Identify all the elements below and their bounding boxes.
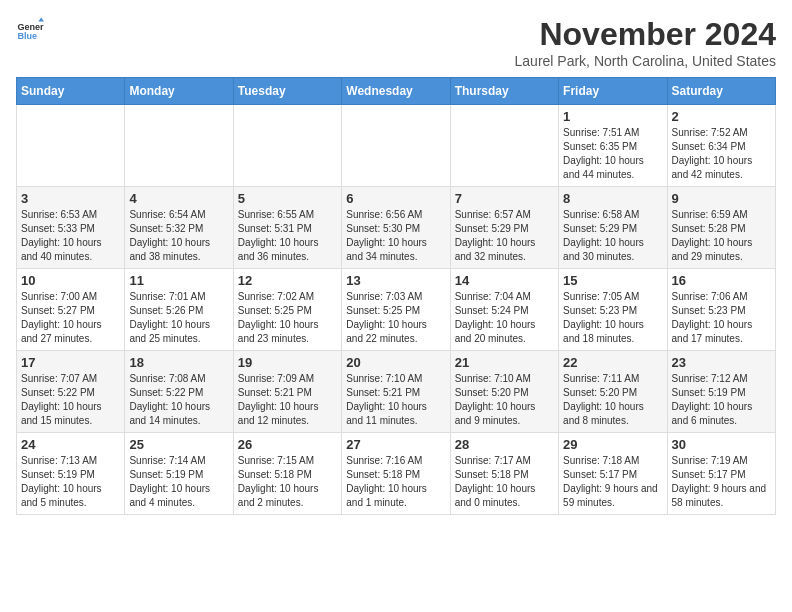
calendar-cell: 2Sunrise: 7:52 AMSunset: 6:34 PMDaylight…	[667, 105, 775, 187]
calendar-cell: 1Sunrise: 7:51 AMSunset: 6:35 PMDaylight…	[559, 105, 667, 187]
header-friday: Friday	[559, 78, 667, 105]
calendar-table: SundayMondayTuesdayWednesdayThursdayFrid…	[16, 77, 776, 515]
calendar-week-2: 3Sunrise: 6:53 AMSunset: 5:33 PMDaylight…	[17, 187, 776, 269]
calendar-cell: 25Sunrise: 7:14 AMSunset: 5:19 PMDayligh…	[125, 433, 233, 515]
cell-info: Sunrise: 7:00 AMSunset: 5:27 PMDaylight:…	[21, 290, 120, 346]
cell-info: Sunrise: 7:05 AMSunset: 5:23 PMDaylight:…	[563, 290, 662, 346]
calendar-cell	[125, 105, 233, 187]
cell-info: Sunrise: 7:12 AMSunset: 5:19 PMDaylight:…	[672, 372, 771, 428]
day-number: 30	[672, 437, 771, 452]
title-block: November 2024 Laurel Park, North Carolin…	[515, 16, 776, 69]
cell-info: Sunrise: 7:17 AMSunset: 5:18 PMDaylight:…	[455, 454, 554, 510]
day-number: 26	[238, 437, 337, 452]
day-number: 16	[672, 273, 771, 288]
cell-info: Sunrise: 6:59 AMSunset: 5:28 PMDaylight:…	[672, 208, 771, 264]
calendar-cell: 9Sunrise: 6:59 AMSunset: 5:28 PMDaylight…	[667, 187, 775, 269]
calendar-cell: 7Sunrise: 6:57 AMSunset: 5:29 PMDaylight…	[450, 187, 558, 269]
calendar-cell: 26Sunrise: 7:15 AMSunset: 5:18 PMDayligh…	[233, 433, 341, 515]
day-number: 15	[563, 273, 662, 288]
day-number: 19	[238, 355, 337, 370]
calendar-cell: 29Sunrise: 7:18 AMSunset: 5:17 PMDayligh…	[559, 433, 667, 515]
cell-info: Sunrise: 7:03 AMSunset: 5:25 PMDaylight:…	[346, 290, 445, 346]
calendar-week-1: 1Sunrise: 7:51 AMSunset: 6:35 PMDaylight…	[17, 105, 776, 187]
calendar-cell: 22Sunrise: 7:11 AMSunset: 5:20 PMDayligh…	[559, 351, 667, 433]
calendar-cell	[233, 105, 341, 187]
cell-info: Sunrise: 7:08 AMSunset: 5:22 PMDaylight:…	[129, 372, 228, 428]
location-subtitle: Laurel Park, North Carolina, United Stat…	[515, 53, 776, 69]
calendar-header-row: SundayMondayTuesdayWednesdayThursdayFrid…	[17, 78, 776, 105]
calendar-cell: 16Sunrise: 7:06 AMSunset: 5:23 PMDayligh…	[667, 269, 775, 351]
cell-info: Sunrise: 7:16 AMSunset: 5:18 PMDaylight:…	[346, 454, 445, 510]
cell-info: Sunrise: 6:55 AMSunset: 5:31 PMDaylight:…	[238, 208, 337, 264]
calendar-cell: 19Sunrise: 7:09 AMSunset: 5:21 PMDayligh…	[233, 351, 341, 433]
day-number: 17	[21, 355, 120, 370]
day-number: 3	[21, 191, 120, 206]
header-wednesday: Wednesday	[342, 78, 450, 105]
svg-marker-2	[38, 17, 44, 21]
day-number: 13	[346, 273, 445, 288]
cell-info: Sunrise: 7:04 AMSunset: 5:24 PMDaylight:…	[455, 290, 554, 346]
day-number: 18	[129, 355, 228, 370]
cell-info: Sunrise: 7:15 AMSunset: 5:18 PMDaylight:…	[238, 454, 337, 510]
calendar-cell: 17Sunrise: 7:07 AMSunset: 5:22 PMDayligh…	[17, 351, 125, 433]
cell-info: Sunrise: 6:58 AMSunset: 5:29 PMDaylight:…	[563, 208, 662, 264]
cell-info: Sunrise: 6:57 AMSunset: 5:29 PMDaylight:…	[455, 208, 554, 264]
calendar-cell: 6Sunrise: 6:56 AMSunset: 5:30 PMDaylight…	[342, 187, 450, 269]
calendar-cell: 21Sunrise: 7:10 AMSunset: 5:20 PMDayligh…	[450, 351, 558, 433]
calendar-cell: 5Sunrise: 6:55 AMSunset: 5:31 PMDaylight…	[233, 187, 341, 269]
day-number: 21	[455, 355, 554, 370]
day-number: 11	[129, 273, 228, 288]
cell-info: Sunrise: 7:13 AMSunset: 5:19 PMDaylight:…	[21, 454, 120, 510]
day-number: 25	[129, 437, 228, 452]
calendar-week-5: 24Sunrise: 7:13 AMSunset: 5:19 PMDayligh…	[17, 433, 776, 515]
calendar-cell: 28Sunrise: 7:17 AMSunset: 5:18 PMDayligh…	[450, 433, 558, 515]
header-thursday: Thursday	[450, 78, 558, 105]
calendar-cell: 30Sunrise: 7:19 AMSunset: 5:17 PMDayligh…	[667, 433, 775, 515]
calendar-week-4: 17Sunrise: 7:07 AMSunset: 5:22 PMDayligh…	[17, 351, 776, 433]
day-number: 23	[672, 355, 771, 370]
day-number: 24	[21, 437, 120, 452]
cell-info: Sunrise: 7:19 AMSunset: 5:17 PMDaylight:…	[672, 454, 771, 510]
cell-info: Sunrise: 6:54 AMSunset: 5:32 PMDaylight:…	[129, 208, 228, 264]
calendar-cell: 11Sunrise: 7:01 AMSunset: 5:26 PMDayligh…	[125, 269, 233, 351]
calendar-cell: 4Sunrise: 6:54 AMSunset: 5:32 PMDaylight…	[125, 187, 233, 269]
page-header: General Blue November 2024 Laurel Park, …	[16, 16, 776, 69]
day-number: 9	[672, 191, 771, 206]
calendar-cell: 18Sunrise: 7:08 AMSunset: 5:22 PMDayligh…	[125, 351, 233, 433]
month-title: November 2024	[515, 16, 776, 53]
svg-text:Blue: Blue	[17, 31, 37, 41]
day-number: 5	[238, 191, 337, 206]
calendar-cell: 8Sunrise: 6:58 AMSunset: 5:29 PMDaylight…	[559, 187, 667, 269]
day-number: 10	[21, 273, 120, 288]
calendar-cell: 27Sunrise: 7:16 AMSunset: 5:18 PMDayligh…	[342, 433, 450, 515]
day-number: 1	[563, 109, 662, 124]
header-saturday: Saturday	[667, 78, 775, 105]
calendar-cell: 13Sunrise: 7:03 AMSunset: 5:25 PMDayligh…	[342, 269, 450, 351]
header-monday: Monday	[125, 78, 233, 105]
day-number: 4	[129, 191, 228, 206]
calendar-cell: 3Sunrise: 6:53 AMSunset: 5:33 PMDaylight…	[17, 187, 125, 269]
calendar-cell: 23Sunrise: 7:12 AMSunset: 5:19 PMDayligh…	[667, 351, 775, 433]
calendar-cell: 24Sunrise: 7:13 AMSunset: 5:19 PMDayligh…	[17, 433, 125, 515]
day-number: 29	[563, 437, 662, 452]
day-number: 27	[346, 437, 445, 452]
calendar-cell: 15Sunrise: 7:05 AMSunset: 5:23 PMDayligh…	[559, 269, 667, 351]
header-tuesday: Tuesday	[233, 78, 341, 105]
day-number: 2	[672, 109, 771, 124]
header-sunday: Sunday	[17, 78, 125, 105]
day-number: 12	[238, 273, 337, 288]
calendar-cell: 14Sunrise: 7:04 AMSunset: 5:24 PMDayligh…	[450, 269, 558, 351]
cell-info: Sunrise: 7:11 AMSunset: 5:20 PMDaylight:…	[563, 372, 662, 428]
calendar-cell: 12Sunrise: 7:02 AMSunset: 5:25 PMDayligh…	[233, 269, 341, 351]
cell-info: Sunrise: 7:10 AMSunset: 5:20 PMDaylight:…	[455, 372, 554, 428]
calendar-cell: 20Sunrise: 7:10 AMSunset: 5:21 PMDayligh…	[342, 351, 450, 433]
cell-info: Sunrise: 7:07 AMSunset: 5:22 PMDaylight:…	[21, 372, 120, 428]
calendar-cell	[450, 105, 558, 187]
calendar-cell: 10Sunrise: 7:00 AMSunset: 5:27 PMDayligh…	[17, 269, 125, 351]
cell-info: Sunrise: 7:18 AMSunset: 5:17 PMDaylight:…	[563, 454, 662, 510]
cell-info: Sunrise: 7:01 AMSunset: 5:26 PMDaylight:…	[129, 290, 228, 346]
cell-info: Sunrise: 7:06 AMSunset: 5:23 PMDaylight:…	[672, 290, 771, 346]
cell-info: Sunrise: 6:56 AMSunset: 5:30 PMDaylight:…	[346, 208, 445, 264]
day-number: 20	[346, 355, 445, 370]
logo-icon: General Blue	[16, 16, 44, 44]
